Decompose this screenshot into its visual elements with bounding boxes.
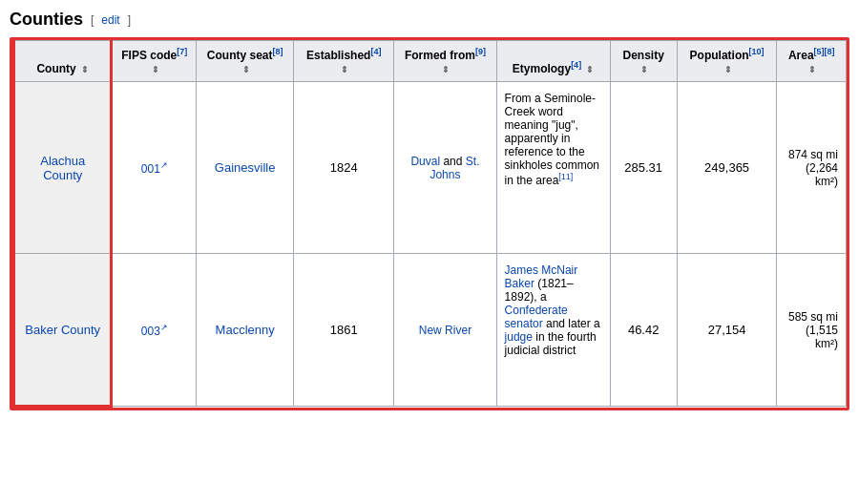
col-header-county[interactable]: County ⇕ bbox=[14, 41, 112, 82]
edit-link[interactable]: edit bbox=[101, 13, 119, 27]
seat-alachua: Gainesville bbox=[197, 82, 294, 254]
sort-icon-formed[interactable]: ⇕ bbox=[442, 65, 450, 74]
sort-icon-etymology[interactable]: ⇕ bbox=[586, 65, 594, 74]
col-header-population[interactable]: Population[10] ⇕ bbox=[677, 41, 777, 82]
page-title: Counties bbox=[10, 10, 83, 30]
population-alachua: 249,365 bbox=[677, 82, 777, 254]
formed-baker: New River bbox=[394, 254, 496, 407]
sort-icon-county[interactable]: ⇕ bbox=[81, 65, 89, 74]
fips-link-baker[interactable]: 003 bbox=[141, 325, 168, 338]
population-baker: 27,154 bbox=[677, 254, 777, 407]
county-name-alachua: Alachua County bbox=[14, 82, 112, 254]
sort-icon-fips[interactable]: ⇕ bbox=[152, 65, 159, 74]
etymology-alachua: From a Seminole-Creek word meaning "jug"… bbox=[496, 82, 610, 254]
fips-alachua: 001 bbox=[112, 82, 197, 254]
county-link-baker[interactable]: Baker County bbox=[25, 323, 100, 337]
col-header-fips[interactable]: FIPS code[7] ⇕ bbox=[112, 41, 197, 82]
table-row: Baker County 003 Macclenny 1861 New Rive… bbox=[14, 254, 847, 407]
fips-link-alachua[interactable]: 001 bbox=[141, 162, 168, 176]
area-alachua: 874 sq mi(2,264 km²) bbox=[777, 82, 847, 254]
formed-link-duval[interactable]: Duval bbox=[410, 155, 440, 168]
formed-alachua: Duval and St. Johns bbox=[394, 82, 496, 254]
col-header-established[interactable]: Established[4] ⇕ bbox=[294, 41, 394, 82]
sort-icon-density[interactable]: ⇕ bbox=[640, 65, 648, 74]
seat-link-alachua[interactable]: Gainesville bbox=[215, 160, 276, 175]
etymology-baker: James McNair Baker (1821–1892), a Confed… bbox=[496, 254, 610, 407]
seat-link-baker[interactable]: Macclenny bbox=[216, 323, 275, 337]
density-baker: 46.42 bbox=[610, 254, 677, 407]
counties-table: County ⇕ FIPS code[7] ⇕ County seat[8] ⇕… bbox=[12, 40, 847, 408]
fips-baker: 003 bbox=[112, 254, 197, 407]
table-header-row: County ⇕ FIPS code[7] ⇕ County seat[8] ⇕… bbox=[14, 41, 847, 82]
area-baker: 585 sq mi(1,515 km²) bbox=[777, 254, 847, 407]
county-name-baker: Baker County bbox=[14, 254, 112, 407]
col-header-area[interactable]: Area[5][8] ⇕ bbox=[777, 41, 847, 82]
sort-icon-area[interactable]: ⇕ bbox=[808, 65, 816, 74]
etymology-link-judge[interactable]: judge bbox=[505, 330, 533, 344]
established-alachua: 1824 bbox=[294, 82, 394, 254]
col-header-formed[interactable]: Formed from[9] ⇕ bbox=[394, 41, 496, 82]
established-baker: 1861 bbox=[294, 254, 394, 407]
etymology-link-confederate[interactable]: Confederate senator bbox=[505, 304, 568, 330]
etymology-link-baker[interactable]: James McNair Baker bbox=[505, 263, 578, 290]
counties-table-wrapper: County ⇕ FIPS code[7] ⇕ County seat[8] ⇕… bbox=[10, 37, 849, 410]
sort-icon-population[interactable]: ⇕ bbox=[724, 65, 732, 74]
formed-link-newriver[interactable]: New River bbox=[419, 324, 471, 337]
sort-icon-established[interactable]: ⇕ bbox=[341, 65, 348, 74]
sort-icon-seat[interactable]: ⇕ bbox=[242, 65, 250, 74]
county-link-alachua[interactable]: Alachua County bbox=[40, 154, 85, 182]
density-alachua: 285.31 bbox=[610, 82, 677, 254]
col-header-etymology[interactable]: Etymology[4] ⇕ bbox=[496, 41, 610, 82]
table-row: Alachua County 001 Gainesville 1824 Duva… bbox=[14, 82, 847, 254]
col-header-density[interactable]: Density ⇕ bbox=[610, 41, 677, 82]
seat-baker: Macclenny bbox=[197, 254, 294, 407]
col-header-seat[interactable]: County seat[8] ⇕ bbox=[197, 41, 294, 82]
